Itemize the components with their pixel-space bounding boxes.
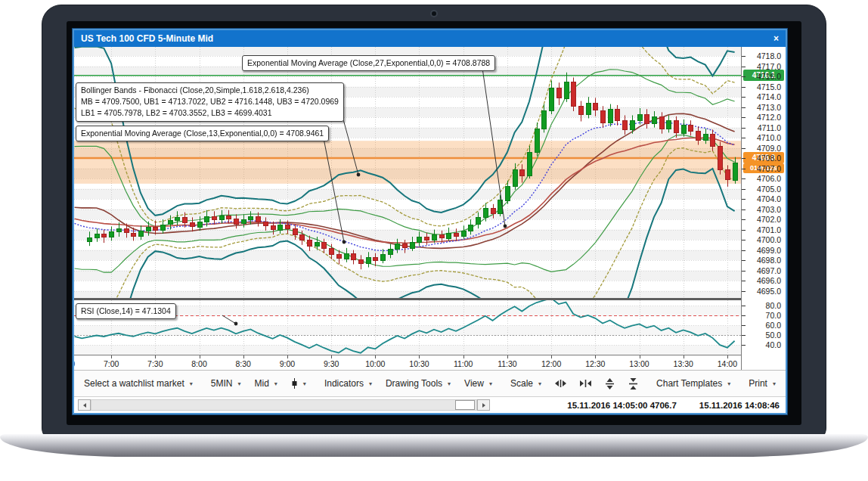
price-axis-tick xyxy=(742,67,746,67)
price-axis-label: 4703.0 xyxy=(757,205,781,214)
time-axis-tick xyxy=(375,355,376,358)
price-axis-tick xyxy=(742,97,746,98)
last-bar-status: 15.11.2016 14:05:00 4706.7 xyxy=(567,401,677,410)
scale-v-compress-icon xyxy=(628,378,638,389)
bottom-bar: 15.11.2016 14:05:00 4706.7 15.11.2016 14… xyxy=(74,396,786,413)
price-axis-label: 4701.0 xyxy=(757,225,781,234)
time-axis-tick xyxy=(111,355,112,358)
price-axis-tick xyxy=(742,271,746,272)
toolbar-scale-h-compress-icon[interactable] xyxy=(573,374,598,393)
time-axis-label: 12:00 xyxy=(541,359,561,368)
price-axis-tick xyxy=(742,169,746,169)
horizontal-scrollbar[interactable] xyxy=(78,399,490,411)
rsi-axis-tick xyxy=(742,315,746,316)
time-axis-label: 11:00 xyxy=(454,359,473,368)
rsi-axis-tick xyxy=(742,306,746,306)
price-axis-label: 4714.0 xyxy=(757,92,781,101)
toolbar-drawing-tools-label: Drawing Tools xyxy=(386,378,442,389)
bollinger-annotation-line3: LB1 = 4705.7978, LB2 = 4703.3552, LB3 = … xyxy=(81,107,339,119)
scroll-right-icon xyxy=(482,403,485,408)
time-axis-label: 7:00 xyxy=(104,359,119,368)
chart-window: US Tech 100 CFD 5-Minute Mid × 4716.1 47… xyxy=(73,29,787,414)
chevron-down-icon: ▾ xyxy=(448,380,451,387)
toolbar-candlestick-icon[interactable]: ▾ xyxy=(284,374,313,393)
price-axis-tick xyxy=(742,117,746,118)
bollinger-annotation-line2: MB = 4709.7500, UB1 = 4713.7022, UB2 = 4… xyxy=(81,96,339,107)
price-axis-tick xyxy=(742,87,746,88)
rsi-annotation[interactable]: RSI (Close,14) = 47.1304 xyxy=(76,303,176,319)
time-axis-label: 12:30 xyxy=(585,359,605,368)
time-axis-tick xyxy=(155,355,156,358)
price-axis-tick xyxy=(742,128,746,129)
chevron-down-icon: ▾ xyxy=(489,380,492,387)
scroll-left-icon xyxy=(83,403,86,408)
rsi-axis-label: 40.0 xyxy=(766,340,781,349)
toolbar-select-a-watchlist-market[interactable]: Select a watchlist market▾ xyxy=(77,374,200,393)
time-axis-label: 8:30 xyxy=(235,359,250,368)
window-title: US Tech 100 CFD 5-Minute Mid xyxy=(81,33,213,44)
chevron-down-icon: ▾ xyxy=(727,380,730,387)
rsi-axis-label: 80.0 xyxy=(766,301,781,310)
price-axis-label: 4702.0 xyxy=(757,215,781,224)
price-axis-tick xyxy=(742,56,746,57)
time-axis-tick xyxy=(419,355,420,358)
rsi-axis-label: 70.0 xyxy=(766,311,781,320)
time-axis-label: 8:00 xyxy=(191,359,206,368)
panel-splitter[interactable] xyxy=(74,298,786,300)
chevron-down-icon: ▾ xyxy=(303,380,306,387)
toolbar-scale[interactable]: Scale▾ xyxy=(504,374,548,393)
toolbar-print[interactable]: Print▾ xyxy=(742,374,783,393)
close-icon[interactable]: × xyxy=(773,34,779,43)
price-axis-tick xyxy=(742,281,746,281)
time-axis-label: 7:30 xyxy=(147,359,163,368)
rsi-axis-tick xyxy=(742,325,746,326)
toolbar-scale-h-expand-icon[interactable] xyxy=(548,374,573,393)
scroll-left-button[interactable] xyxy=(78,399,91,411)
price-axis-label: 4699.0 xyxy=(757,246,781,255)
toolbar-scale-v-expand-icon[interactable] xyxy=(598,374,622,393)
time-axis-tick xyxy=(640,355,640,358)
price-axis-tick xyxy=(742,199,746,200)
scrollbar-thumb[interactable] xyxy=(455,400,475,410)
rsi-axis-label: 60.0 xyxy=(766,321,781,330)
chart-region: 4716.1 4708.0 01m:12s 4695.04696.04697.0… xyxy=(74,47,786,370)
price-axis-tick xyxy=(742,138,746,138)
chevron-down-icon: ▾ xyxy=(773,380,776,387)
chart-toolbar: Select a watchlist market▾5MIN▾Mid▾▾Indi… xyxy=(74,370,786,396)
toolbar-scale-v-compress-icon[interactable] xyxy=(622,374,645,393)
ema13-annotation[interactable]: Exponential Moving Average (Close,13,Exp… xyxy=(76,126,329,141)
toolbar-mid-label: Mid xyxy=(254,378,268,389)
status-bar: 15.11.2016 14:05:00 4706.7 15.11.2016 14… xyxy=(567,401,780,410)
window-titlebar[interactable]: US Tech 100 CFD 5-Minute Mid × xyxy=(74,30,786,47)
toolbar-mid[interactable]: Mid▾ xyxy=(247,374,284,393)
price-axis-label: 4704.0 xyxy=(757,194,781,203)
toolbar-5min[interactable]: 5MIN▾ xyxy=(204,374,248,393)
toolbar-view[interactable]: View▾ xyxy=(457,374,499,393)
toolbar-chart-templates[interactable]: Chart Templates▾ xyxy=(649,374,737,393)
chevron-down-icon: ▾ xyxy=(237,380,240,387)
toolbar-indicators[interactable]: Indicators▾ xyxy=(318,374,379,393)
window-content: 4716.1 4708.0 01m:12s 4695.04696.04697.0… xyxy=(74,47,786,413)
bollinger-annotation-line1: Bollinger Bands - Fibonacci (Close,20,Si… xyxy=(81,85,339,96)
time-axis-label: 11:30 xyxy=(498,359,517,368)
scroll-right-button[interactable] xyxy=(477,399,490,411)
time-axis-tick xyxy=(507,355,508,358)
toolbar-5min-label: 5MIN xyxy=(211,378,233,389)
time-axis-label: 13:30 xyxy=(674,359,693,368)
rsi-axis-tick xyxy=(742,335,746,336)
price-axis-label: 4713.0 xyxy=(757,103,781,112)
toolbar-drawing-tools[interactable]: Drawing Tools▾ xyxy=(379,374,457,393)
price-axis-label: 4710.0 xyxy=(757,133,781,142)
price-axis-label: 4716.0 xyxy=(757,72,781,81)
price-axis-label: 4712.0 xyxy=(757,113,781,122)
bollinger-annotation[interactable]: Bollinger Bands - Fibonacci (Close,20,Si… xyxy=(76,82,344,122)
ema27-annotation[interactable]: Exponential Moving Average (Close,27,Exp… xyxy=(242,55,495,71)
time-axis-label: 9:00 xyxy=(280,359,295,368)
time-axis[interactable]: 6:307:007:308:008:309:009:3010:0010:3011… xyxy=(74,355,741,371)
rsi-axis-tick xyxy=(742,345,746,346)
chevron-down-icon: ▾ xyxy=(369,380,372,387)
scrollbar-track[interactable] xyxy=(91,399,477,411)
chevron-down-icon: ▾ xyxy=(190,380,193,387)
price-axis-tick xyxy=(742,107,746,108)
price-axis[interactable]: 4716.1 4708.0 01m:12s 4695.04696.04697.0… xyxy=(741,47,786,370)
